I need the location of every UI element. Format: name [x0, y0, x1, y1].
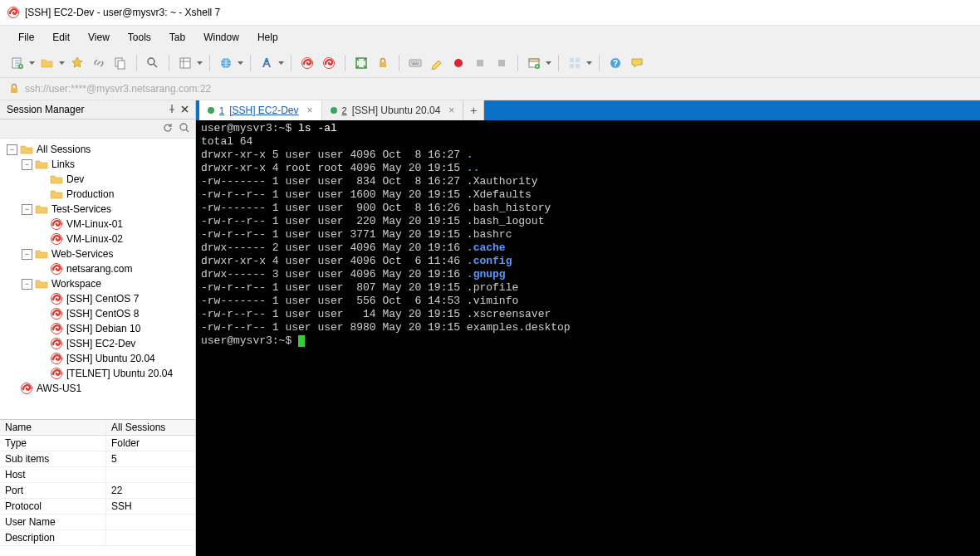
prop-row: Port22	[0, 483, 195, 499]
prop-key: Name	[0, 420, 106, 435]
titlebar: [SSH] EC2-Dev - user@mysvr3: ~ - Xshell …	[0, 0, 980, 26]
tree-item[interactable]: AWS-US1	[0, 381, 195, 396]
menu-file[interactable]: File	[10, 28, 42, 46]
tree-toggle-icon[interactable]: −	[22, 279, 32, 290]
globe-icon[interactable]	[217, 54, 235, 72]
menu-tools[interactable]: Tools	[120, 28, 159, 46]
address-url: ssh://user:****@mysvr3.netsarang.com:22	[25, 83, 211, 95]
open-icon[interactable]	[38, 54, 56, 72]
tree-item[interactable]: −Web-Services	[0, 246, 195, 261]
tree-item[interactable]: −All Sessions	[0, 142, 195, 157]
prop-val	[106, 467, 195, 482]
properties-grid: NameAll SessionsTypeFolderSub items5Host…	[0, 420, 195, 556]
dropdown-icon[interactable]	[196, 61, 203, 65]
address-bar[interactable]: ssh://user:****@mysvr3.netsarang.com:22	[0, 78, 980, 100]
tab-close-icon[interactable]: ×	[448, 105, 454, 116]
pane-title: Session Manager	[7, 104, 84, 115]
dropdown-icon[interactable]	[586, 61, 592, 65]
swirl1-icon[interactable]	[298, 54, 316, 72]
tree-item[interactable]: VM-Linux-01	[0, 217, 195, 232]
prop-val: SSH	[106, 499, 195, 514]
tree-label: [TELNET] Ubuntu 20.04	[66, 368, 173, 379]
dropdown-icon[interactable]	[28, 61, 35, 65]
session-tree[interactable]: −All Sessions−LinksDevProduction−Test-Se…	[0, 139, 195, 420]
tree-toggle-icon[interactable]: −	[22, 204, 32, 215]
prop-row: Host	[0, 467, 195, 483]
swirl-icon	[50, 217, 63, 231]
menu-tab[interactable]: Tab	[161, 28, 194, 46]
swirl2-icon[interactable]	[320, 54, 338, 72]
prop-key: Description	[0, 530, 106, 545]
tree-item[interactable]: −Links	[0, 157, 195, 172]
tree-item[interactable]: −Test-Services	[0, 202, 195, 217]
tree-item[interactable]: [SSH] CentOS 7	[0, 291, 195, 306]
lock-icon	[8, 83, 20, 95]
new-icon[interactable]	[8, 54, 27, 72]
tree-toggle-icon[interactable]: −	[7, 144, 17, 155]
window-icon[interactable]	[525, 54, 543, 72]
tree-item[interactable]: VM-Linux-02	[0, 232, 195, 246]
prop-row: ProtocolSSH	[0, 499, 195, 515]
record-icon[interactable]	[449, 54, 468, 72]
tab[interactable]: 2[SSH] Ubuntu 20.04×	[322, 100, 464, 120]
tree-item[interactable]: [TELNET] Ubuntu 20.04	[0, 366, 195, 381]
lock-icon[interactable]	[374, 54, 392, 72]
tree-item[interactable]: [SSH] CentOS 8	[0, 306, 195, 321]
tree-item[interactable]: −Workspace	[0, 276, 195, 291]
chat-icon[interactable]	[628, 54, 646, 72]
stop2-icon[interactable]	[492, 54, 511, 72]
keyboard-icon[interactable]	[406, 54, 424, 72]
folder-icon	[35, 247, 48, 261]
swirl-icon	[50, 337, 63, 350]
tree-item[interactable]: [SSH] Ubuntu 20.04	[0, 351, 195, 366]
link-icon[interactable]	[90, 54, 108, 72]
tree-toggle-icon[interactable]: −	[22, 249, 32, 260]
prop-key: Port	[0, 483, 106, 498]
prop-val: 22	[106, 483, 195, 498]
swirl-icon	[50, 352, 63, 365]
dropdown-icon[interactable]	[237, 61, 243, 65]
refresh-icon[interactable]	[162, 122, 174, 136]
prop-row: Description	[0, 530, 195, 546]
dropdown-icon[interactable]	[545, 61, 551, 65]
copy-icon[interactable]	[111, 54, 130, 72]
menu-window[interactable]: Window	[195, 28, 247, 46]
tree-toggle-icon[interactable]: −	[22, 159, 32, 170]
fullscreen-icon[interactable]	[352, 54, 370, 72]
close-pane-icon[interactable]	[181, 104, 189, 115]
terminal[interactable]: user@mysvr3:~$ ls -al total 64 drwxr-xr-…	[196, 120, 980, 556]
pin-icon[interactable]	[168, 104, 176, 115]
stop-icon[interactable]	[471, 54, 489, 72]
tree-item[interactable]: Production	[0, 187, 195, 202]
grid-icon[interactable]	[566, 54, 584, 72]
highlight-icon[interactable]	[428, 54, 446, 72]
dropdown-icon[interactable]	[277, 61, 284, 65]
cursor-icon	[298, 335, 305, 347]
search-icon[interactable]	[179, 122, 190, 136]
prop-val	[106, 515, 195, 529]
props-icon[interactable]	[176, 54, 194, 72]
help-icon[interactable]	[606, 54, 625, 72]
prop-val	[106, 530, 195, 545]
font-icon[interactable]	[257, 54, 276, 72]
tree-item[interactable]: Dev	[0, 172, 195, 187]
tab-close-icon[interactable]: ×	[306, 105, 312, 116]
add-tab-button[interactable]: +	[463, 100, 484, 120]
pane-toolbar	[0, 119, 195, 139]
menu-view[interactable]: View	[80, 28, 118, 46]
tree-label: VM-Linux-01	[66, 218, 123, 230]
tab[interactable]: 1[SSH] EC2-Dev×	[199, 100, 322, 120]
window-title: [SSH] EC2-Dev - user@mysvr3: ~ - Xshell …	[25, 7, 220, 18]
tab-bar: 1[SSH] EC2-Dev×2[SSH] Ubuntu 20.04×+	[196, 100, 980, 120]
star-icon[interactable]	[68, 54, 86, 72]
tree-item[interactable]: [SSH] Debian 10	[0, 321, 195, 336]
prop-key: Protocol	[0, 499, 106, 514]
tree-item[interactable]: [SSH] EC2-Dev	[0, 336, 195, 351]
tab-number: 2	[342, 105, 347, 115]
menu-edit[interactable]: Edit	[44, 28, 78, 46]
dropdown-icon[interactable]	[58, 61, 65, 65]
find-icon[interactable]	[144, 54, 162, 72]
tree-item[interactable]: netsarang.com	[0, 261, 195, 276]
prop-key: Type	[0, 436, 106, 451]
menu-help[interactable]: Help	[249, 28, 287, 46]
